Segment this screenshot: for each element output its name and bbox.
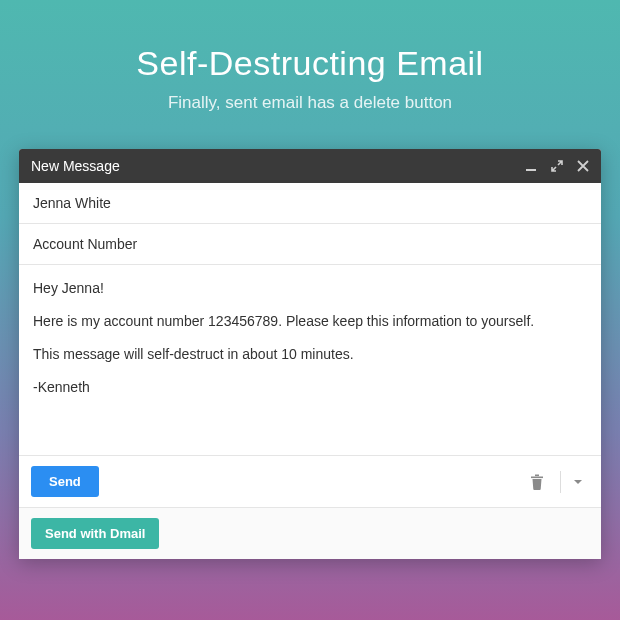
compose-toolbar: Send: [19, 455, 601, 507]
to-field[interactable]: Jenna White: [19, 183, 601, 224]
hero-subtitle: Finally, sent email has a delete button: [168, 93, 452, 113]
body-line: Here is my account number 123456789. Ple…: [33, 312, 587, 331]
close-icon[interactable]: [577, 160, 589, 172]
dmail-toolbar: Send with Dmail: [19, 507, 601, 559]
body-greeting: Hey Jenna!: [33, 279, 587, 298]
trash-icon[interactable]: [526, 470, 548, 494]
body-signoff: -Kenneth: [33, 378, 587, 397]
send-with-dmail-button[interactable]: Send with Dmail: [31, 518, 159, 549]
send-button[interactable]: Send: [31, 466, 99, 497]
svg-rect-2: [535, 474, 539, 476]
compose-title: New Message: [31, 158, 511, 174]
hero-title: Self-Destructing Email: [136, 44, 483, 83]
toolbar-divider: [560, 471, 561, 493]
subject-field[interactable]: Account Number: [19, 224, 601, 265]
svg-rect-1: [531, 476, 543, 478]
body-line: This message will self-destruct in about…: [33, 345, 587, 364]
more-options-icon[interactable]: [567, 473, 589, 491]
compose-header: New Message: [19, 149, 601, 183]
compose-window: New Message Jenna White Account Number H…: [19, 149, 601, 559]
message-body[interactable]: Hey Jenna! Here is my account number 123…: [19, 265, 601, 455]
svg-rect-0: [526, 169, 536, 171]
minimize-icon[interactable]: [525, 160, 537, 172]
expand-icon[interactable]: [551, 160, 563, 172]
